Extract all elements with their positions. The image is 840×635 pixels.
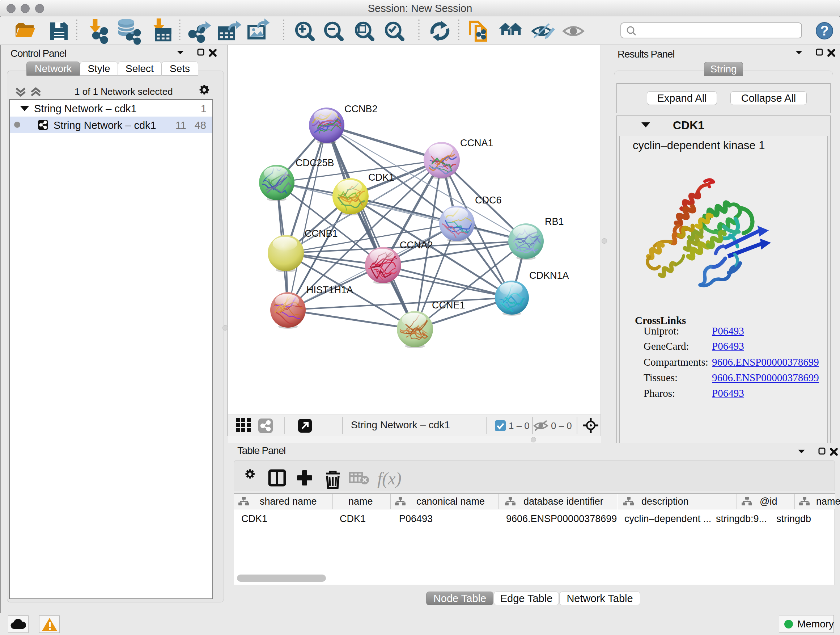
- svg-text:RB1: RB1: [545, 216, 564, 227]
- svg-text:CDC25B: CDC25B: [295, 157, 334, 168]
- svg-text:CCNE1: CCNE1: [432, 300, 465, 310]
- svg-text:CCNA1: CCNA1: [460, 138, 493, 149]
- svg-text:CDK1: CDK1: [368, 172, 394, 183]
- svg-text:HIST1H1A: HIST1H1A: [306, 285, 353, 295]
- svg-text:CDC6: CDC6: [475, 195, 502, 206]
- svg-text:CCNB1: CCNB1: [305, 228, 338, 239]
- svg-text:?: ?: [820, 23, 829, 38]
- svg-text:f(x): f(x): [377, 469, 401, 488]
- svg-text:CCNB2: CCNB2: [344, 103, 378, 114]
- svg-text:CCNA2: CCNA2: [400, 240, 433, 250]
- svg-text:CDKN1A: CDKN1A: [529, 270, 569, 281]
